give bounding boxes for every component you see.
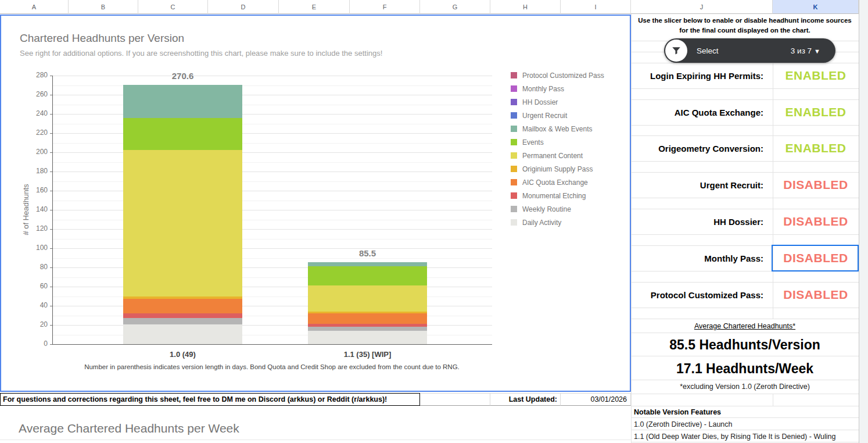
column-header-h[interactable]: H	[490, 0, 561, 14]
y-axis-line	[52, 76, 53, 344]
toggle-label-cell[interactable]: Login Expiring HH Permits:	[631, 63, 768, 88]
y-tick-label: 200	[23, 148, 48, 156]
toggle-label-cell[interactable]: Monthly Pass:	[631, 245, 768, 271]
major-gridline	[52, 172, 492, 172]
legend-swatch	[511, 152, 517, 159]
row-gridline	[631, 394, 859, 394]
minor-gridline	[52, 239, 492, 240]
right-panel: Use the slicer below to enable or disabl…	[631, 14, 859, 443]
bar-segment	[308, 262, 427, 266]
row-gridline	[631, 430, 859, 430]
row-gridline	[631, 356, 859, 356]
footer-message-cell[interactable]: For questions and corrections regarding …	[0, 393, 420, 406]
bar-segment	[308, 285, 427, 312]
legend-swatch	[511, 112, 517, 119]
major-gridline	[52, 114, 492, 115]
toggle-label-cell[interactable]: Origeometry Conversion:	[631, 135, 768, 161]
legend-swatch	[511, 166, 517, 172]
y-tick-label: 80	[23, 263, 48, 271]
minor-gridline	[52, 105, 492, 105]
toggle-label-cell[interactable]: HH Dossier:	[631, 209, 768, 234]
bar-segment	[123, 296, 242, 299]
bar-segment	[123, 313, 242, 318]
y-tick-label: 100	[23, 244, 48, 252]
legend-label: AIC Quota Exchange	[522, 178, 588, 187]
column-header-b[interactable]: B	[69, 0, 138, 14]
chart-subtitle: See right for additional options. If you…	[20, 49, 382, 58]
bar-segment	[123, 150, 242, 296]
selected-cell-outline	[772, 245, 859, 271]
legend-label: Urgent Recruit	[522, 112, 567, 120]
notable-row[interactable]: 1.1 (Old Deep Water Dies, by Rising Tide…	[634, 433, 835, 441]
toggle-label-cell[interactable]: Urgent Recruit:	[631, 172, 768, 198]
x-category-label: 1.0 (49)	[123, 350, 242, 359]
chart-headhunts-per-version[interactable]: Chartered Headhunts per Version See righ…	[0, 15, 631, 392]
scrollbar[interactable]	[859, 0, 868, 443]
spreadsheet-app: { "sheet": { "column_headers": ["A","B",…	[0, 0, 868, 443]
major-gridline	[52, 95, 492, 95]
legend-swatch	[511, 219, 517, 226]
legend-swatch	[511, 206, 517, 212]
y-tick-label: 0	[23, 340, 48, 348]
row-gridline	[631, 406, 859, 406]
legend-label: Protocol Customized Pass	[522, 72, 604, 80]
chart-avg-headhunts-per-week[interactable]: Average Chartered Headhunts per Week	[0, 406, 631, 443]
x-category-label: 1.1 (35) [WIP]	[308, 350, 427, 359]
toggle-label-cell[interactable]: Protocol Customized Pass:	[631, 282, 768, 308]
y-tick-label: 220	[23, 128, 48, 137]
row-gridline	[631, 308, 859, 308]
column-header-i[interactable]: I	[561, 0, 631, 14]
headhunts-per-version-value[interactable]: 85.5 Headhunts/Version	[631, 337, 859, 353]
summary-footnote: *excluding Version 1.0 (Zeroth Directive…	[631, 383, 859, 391]
avg-headhunts-title: Average Chartered Headhunts*	[631, 322, 859, 330]
notable-row[interactable]: 1.0 (Zeroth Directive) - Launch	[634, 420, 733, 428]
column-header-e[interactable]: E	[279, 0, 350, 14]
row-gridline	[631, 380, 859, 380]
column-header-d[interactable]: D	[208, 0, 279, 14]
row-gridline	[631, 417, 859, 418]
legend-swatch	[511, 85, 517, 92]
last-updated-label-cell[interactable]: Last Updated:	[490, 393, 561, 406]
column-header-f[interactable]: F	[350, 0, 420, 14]
bar-segment	[308, 266, 427, 285]
bar-segment	[123, 324, 242, 344]
slicer[interactable]: Select 3 из 7▼	[664, 38, 835, 63]
slicer-count[interactable]: 3 из 7▼	[791, 47, 820, 55]
legend-label: HH Dossier	[522, 98, 558, 106]
toggle-value-cell[interactable]: DISABLED	[773, 209, 859, 234]
notable-features-header: Notable Version Features	[634, 408, 721, 416]
bar-segment	[308, 324, 427, 327]
column-header-g[interactable]: G	[420, 0, 490, 14]
y-tick-label: 120	[23, 224, 48, 233]
y-tick-label: 240	[23, 109, 48, 117]
bar-segment	[123, 85, 242, 118]
y-tick-label: 180	[23, 167, 48, 175]
last-updated-value-cell[interactable]: 03/01/2026	[561, 393, 631, 406]
minor-gridline	[52, 181, 492, 182]
column-header-k[interactable]: K	[773, 0, 859, 14]
minor-gridline	[52, 162, 492, 163]
legend-label: Mailbox & Web Events	[522, 125, 593, 133]
legend-label: Events	[522, 138, 544, 147]
bar-segment	[308, 312, 427, 313]
empty-cell[interactable]	[420, 393, 490, 406]
legend-label: Permanent Content	[522, 152, 583, 160]
y-tick-label: 280	[23, 71, 48, 79]
toggle-value-cell[interactable]: DISABLED	[773, 282, 859, 308]
legend-label: Weekly Routine	[522, 205, 571, 213]
major-gridline	[52, 76, 492, 76]
bar-segment	[123, 318, 242, 324]
column-header-j[interactable]: J	[631, 0, 773, 14]
column-header-a[interactable]: A	[0, 0, 69, 14]
toggle-value-cell[interactable]: ENABLED	[773, 135, 859, 161]
toggle-value-cell[interactable]: ENABLED	[773, 63, 859, 88]
bar-total-label: 85.5	[308, 248, 427, 258]
legend-label: Originium Supply Pass	[522, 165, 593, 173]
headhunts-per-week-value[interactable]: 17.1 Headhunts/Week	[631, 361, 859, 377]
legend-label: Daily Activity	[522, 219, 561, 227]
toggle-value-cell[interactable]: DISABLED	[773, 172, 859, 198]
column-header-c[interactable]: C	[138, 0, 208, 14]
toggle-value-cell[interactable]: ENABLED	[773, 99, 859, 125]
row-gridline	[631, 319, 859, 319]
toggle-label-cell[interactable]: AIC Quota Exchange:	[631, 99, 768, 125]
